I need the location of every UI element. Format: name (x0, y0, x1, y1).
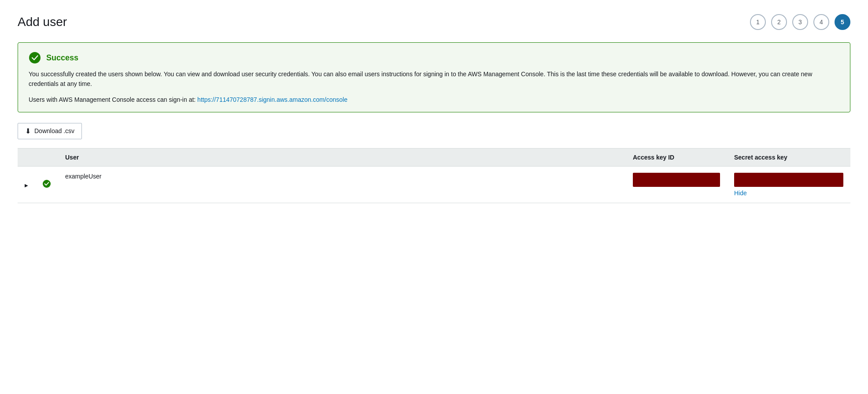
row-success-icon (42, 179, 51, 188)
success-header: Success (29, 52, 839, 64)
step-3: 3 (792, 14, 808, 30)
step-1: 1 (750, 14, 766, 30)
users-table: User Access key ID Secret access key ▶ (18, 149, 850, 203)
console-link[interactable]: https://711470728787.signin.aws.amazon.c… (197, 96, 347, 103)
success-title: Success (46, 53, 78, 63)
col-status-header (35, 149, 58, 167)
success-icon (29, 52, 41, 64)
access-key-redacted (633, 173, 720, 187)
col-user-header: User (58, 149, 626, 167)
success-link-row: Users with AWS Management Console access… (29, 96, 839, 103)
svg-point-1 (43, 180, 51, 188)
row-secret-key-cell: Hide (727, 166, 850, 203)
success-banner: Success You successfully created the use… (18, 42, 850, 112)
steps-container: 1 2 3 4 5 (750, 14, 850, 30)
page-title: Add user (18, 15, 67, 29)
expand-arrow-icon[interactable]: ▶ (25, 183, 28, 188)
hide-secret-link[interactable]: Hide (734, 190, 747, 197)
step-5: 5 (835, 14, 850, 30)
step-4: 4 (813, 14, 829, 30)
table-row: ▶ exampleUser (18, 166, 850, 203)
success-link-prefix: Users with AWS Management Console access… (29, 96, 197, 103)
users-table-container: User Access key ID Secret access key ▶ (18, 148, 850, 203)
col-access-key-header: Access key ID (626, 149, 727, 167)
col-expand-header (18, 149, 35, 167)
step-2: 2 (771, 14, 787, 30)
col-secret-key-header: Secret access key (727, 149, 850, 167)
row-username-cell: exampleUser (58, 166, 626, 203)
success-body: You successfully created the users shown… (29, 69, 839, 89)
table-header-row: User Access key ID Secret access key (18, 149, 850, 167)
download-csv-label: Download .csv (34, 127, 74, 134)
download-csv-button[interactable]: ⬇ Download .csv (18, 123, 82, 139)
row-status-cell (35, 166, 58, 203)
svg-point-0 (29, 52, 41, 63)
page-container: Add user 1 2 3 4 5 Success (0, 0, 868, 217)
row-expand-cell: ▶ (18, 166, 35, 203)
username: exampleUser (65, 173, 101, 180)
secret-key-redacted (734, 173, 843, 187)
row-access-key-cell (626, 166, 727, 203)
page-header: Add user 1 2 3 4 5 (18, 14, 850, 30)
download-icon: ⬇ (25, 127, 31, 135)
